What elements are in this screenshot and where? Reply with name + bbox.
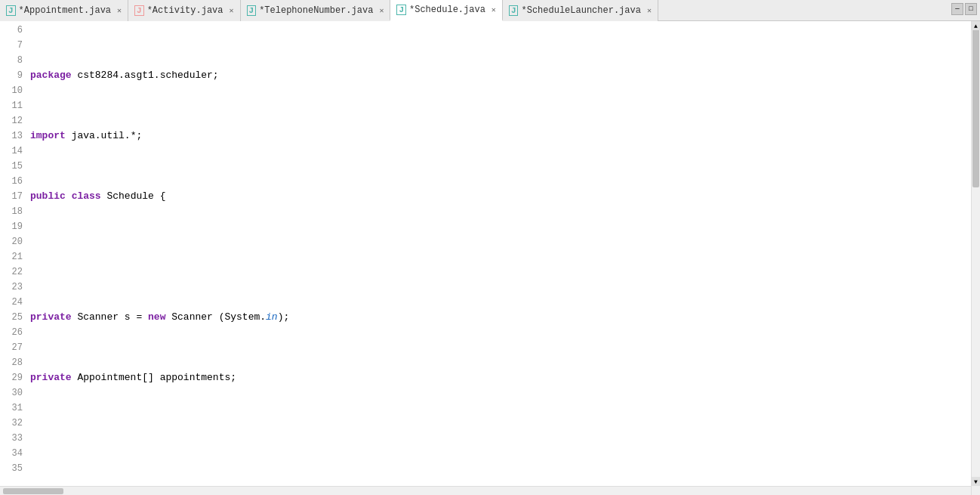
horizontal-scrollbar[interactable] bbox=[0, 486, 971, 495]
code-line-9 bbox=[30, 249, 971, 265]
code-line-10: private Scanner s = new Scanner (System.… bbox=[30, 310, 971, 325]
code-token: public class Schedule { bbox=[30, 189, 165, 204]
vertical-scrollbar[interactable]: ▲ ▼ bbox=[971, 21, 980, 495]
code-line-6: package cst8284.asgt1.scheduler; bbox=[30, 68, 971, 83]
tab-schedule[interactable]: J *Schedule.java ✕ bbox=[390, 0, 502, 21]
window-controls: ─ □ bbox=[951, 3, 977, 15]
tab-close-icon[interactable]: ✕ bbox=[379, 6, 384, 15]
scroll-down-button[interactable]: ▼ bbox=[972, 477, 980, 486]
ide-window: J *Appointment.java ✕ J *Activity.java ✕… bbox=[0, 0, 980, 495]
tab-telephone[interactable]: J *TelephoneNumber.java ✕ bbox=[240, 0, 391, 21]
code-line-11: private Appointment[] appointments; bbox=[30, 370, 971, 385]
code-line-12 bbox=[30, 431, 971, 446]
code-token: package cst8284.asgt1.scheduler; bbox=[30, 68, 219, 83]
editor-content[interactable]: 6 7 8 9 10 11 12 13 14 15 16 17 18 19 20… bbox=[0, 21, 971, 486]
tab-appointment[interactable]: J *Appointment.java ✕ bbox=[0, 0, 128, 21]
scroll-up-button[interactable]: ▲ bbox=[972, 21, 980, 30]
tab-label: *Activity.java bbox=[147, 5, 223, 16]
code-token: private Scanner s = new Scanner (System.… bbox=[30, 310, 289, 325]
tab-label: *ScheduleLauncher.java bbox=[521, 5, 640, 16]
java-file-icon: J bbox=[247, 5, 257, 16]
code-editor[interactable]: package cst8284.asgt1.scheduler; import … bbox=[27, 21, 971, 486]
java-file-icon: J bbox=[134, 5, 144, 16]
tab-bar: J *Appointment.java ✕ J *Activity.java ✕… bbox=[0, 0, 980, 21]
code-line-8: public class Schedule { bbox=[30, 189, 971, 204]
java-file-icon: J bbox=[509, 5, 519, 16]
vertical-scrollbar-thumb[interactable] bbox=[972, 21, 979, 187]
code-token: private Appointment[] appointments; bbox=[30, 370, 236, 385]
code-token: import java.util.*; bbox=[30, 128, 142, 144]
horizontal-scrollbar-thumb[interactable] bbox=[3, 488, 63, 494]
tab-close-icon[interactable]: ✕ bbox=[647, 6, 652, 15]
maximize-button[interactable]: □ bbox=[965, 3, 977, 15]
java-file-icon: J bbox=[6, 5, 16, 16]
tab-close-icon[interactable]: ✕ bbox=[117, 6, 122, 15]
tab-label: *TelephoneNumber.java bbox=[259, 5, 373, 16]
minimize-button[interactable]: ─ bbox=[951, 3, 963, 15]
code-line-7: import java.util.*; bbox=[30, 128, 971, 144]
tab-label: *Appointment.java bbox=[19, 5, 111, 16]
tab-launcher[interactable]: J *ScheduleLauncher.java ✕ bbox=[502, 0, 658, 21]
tab-close-icon[interactable]: ✕ bbox=[492, 5, 496, 14]
java-file-icon: J bbox=[396, 5, 406, 15]
line-numbers: 6 7 8 9 10 11 12 13 14 15 16 17 18 19 20… bbox=[0, 21, 27, 486]
editor-scroll-area: 6 7 8 9 10 11 12 13 14 15 16 17 18 19 20… bbox=[0, 21, 971, 495]
tab-label: *Schedule.java bbox=[409, 5, 485, 15]
editor-area: 6 7 8 9 10 11 12 13 14 15 16 17 18 19 20… bbox=[0, 21, 980, 495]
tab-activity[interactable]: J *Activity.java ✕ bbox=[128, 0, 240, 21]
tab-close-icon[interactable]: ✕ bbox=[230, 6, 234, 15]
